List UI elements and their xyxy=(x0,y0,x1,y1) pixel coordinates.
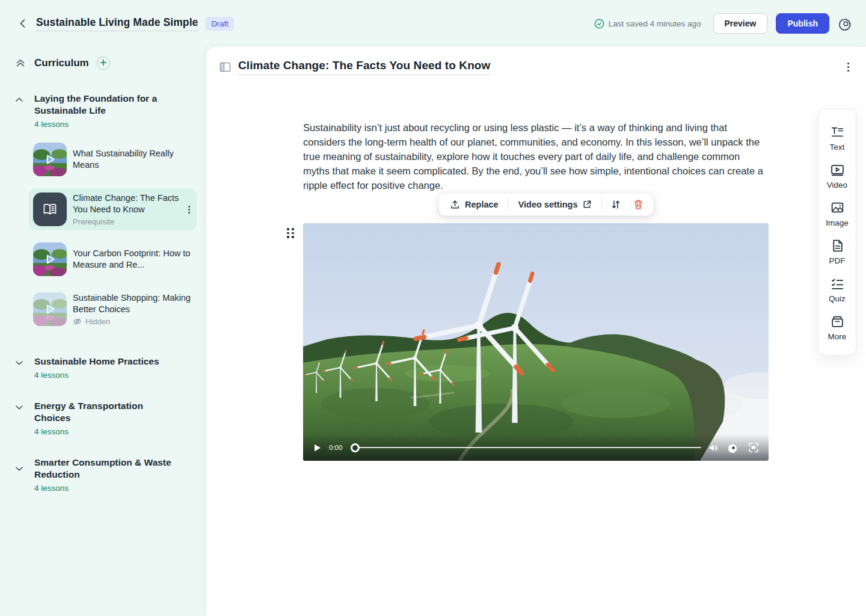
toolbar-divider xyxy=(508,198,509,211)
lesson-item-what-sustainability[interactable]: What Sustainability Really Means xyxy=(29,138,197,180)
delete-block-button[interactable] xyxy=(627,196,650,214)
video-frame-wind-turbines xyxy=(303,223,769,461)
video-thumbnail xyxy=(33,242,67,276)
settings-button[interactable] xyxy=(838,16,854,32)
chevron-down-icon[interactable] xyxy=(14,402,24,436)
lesson-title: What Sustainability Really Means xyxy=(73,148,192,171)
lesson-intro-paragraph[interactable]: Sustainability isn’t just about recyclin… xyxy=(303,120,764,192)
play-icon xyxy=(313,443,322,452)
section-lesson-count: 4 lessons xyxy=(34,484,179,493)
lesson-item-climate-change[interactable]: Climate Change: The Facts You Need to Kn… xyxy=(29,188,197,230)
section-title: Energy & Transportation Choices xyxy=(34,400,179,424)
fullscreen-icon xyxy=(748,442,759,453)
section-title: Sustainable Home Practices xyxy=(34,356,159,368)
lesson-page-title[interactable]: Climate Change: The Facts You Need to Kn… xyxy=(238,59,490,75)
replace-video-button[interactable]: Replace xyxy=(443,196,506,214)
lesson-title: Climate Change: The Facts You Need to Kn… xyxy=(73,192,186,215)
play-button[interactable] xyxy=(312,442,323,454)
video-thumbnail xyxy=(33,143,67,176)
video-thumbnail xyxy=(33,292,67,326)
block-drag-handle[interactable] xyxy=(284,226,296,241)
chevron-left-icon xyxy=(17,18,28,29)
lesson-video-player[interactable]: 0:00 xyxy=(303,223,769,461)
section-title: Laying the Foundation for a Sustainable … xyxy=(34,93,179,117)
block-palette: Text Video Image PDF Quiz xyxy=(818,109,856,356)
play-icon xyxy=(33,143,67,176)
seek-bar[interactable] xyxy=(351,442,701,453)
chevron-down-icon[interactable] xyxy=(14,358,24,380)
collapse-all-button[interactable] xyxy=(14,57,26,69)
lesson-title: Your Carbon Footprint: How to Measure an… xyxy=(73,248,192,271)
player-settings-button[interactable] xyxy=(727,442,740,454)
section-header-foundation[interactable]: Laying the Foundation for a Sustainable … xyxy=(0,93,206,129)
panel-layout-icon xyxy=(220,61,231,73)
lesson-editor-panel: Climate Change: The Facts You Need to Kn… xyxy=(206,47,866,616)
play-icon xyxy=(33,242,67,276)
section-lesson-count: 4 lessons xyxy=(34,120,179,129)
add-image-block-button[interactable]: Image xyxy=(818,195,856,233)
trash-icon xyxy=(633,199,643,210)
lesson-item-carbon-footprint[interactable]: Your Carbon Footprint: How to Measure an… xyxy=(29,238,197,280)
lesson-options-button[interactable] xyxy=(845,60,852,74)
section-header-home-practices[interactable]: Sustainable Home Practices 4 lessons xyxy=(0,356,206,380)
lesson-prerequisite-label: Prerequisite xyxy=(73,217,186,226)
chevron-down-icon[interactable] xyxy=(14,464,24,493)
toolbar-divider xyxy=(601,198,602,211)
curriculum-section: Laying the Foundation for a Sustainable … xyxy=(0,93,206,330)
image-block-icon xyxy=(830,200,845,215)
lesson-hidden-label: Hidden xyxy=(73,317,192,326)
lesson-list: What Sustainability Really Means Climate… xyxy=(29,138,197,330)
curriculum-section: Smarter Consumption & Waste Reduction 4 … xyxy=(0,457,206,493)
top-header: Sustainable Living Made Simple Draft Las… xyxy=(0,0,866,47)
seek-handle[interactable] xyxy=(351,443,360,452)
last-saved-status: Last saved 4 minutes ago xyxy=(594,19,701,29)
more-block-icon xyxy=(830,314,845,329)
video-block-toolbar: Replace Video settings xyxy=(438,193,654,216)
section-title: Smarter Consumption & Waste Reduction xyxy=(34,457,179,481)
section-header-energy-transportation[interactable]: Energy & Transportation Choices 4 lesson… xyxy=(0,400,206,436)
add-quiz-block-button[interactable]: Quiz xyxy=(818,271,856,309)
curriculum-header: Curriculum xyxy=(0,57,206,70)
text-block-icon xyxy=(830,125,845,140)
check-circle-icon xyxy=(594,19,604,29)
back-button[interactable] xyxy=(14,15,31,32)
video-block-icon xyxy=(830,162,845,177)
add-video-block-button[interactable]: Video xyxy=(818,157,856,195)
quiz-block-icon xyxy=(830,276,845,291)
section-lesson-count: 4 lessons xyxy=(34,371,159,380)
video-settings-button[interactable]: Video settings xyxy=(511,196,600,213)
pdf-block-icon xyxy=(830,238,845,253)
volume-button[interactable] xyxy=(707,442,720,454)
course-title[interactable]: Sustainable Living Made Simple xyxy=(36,16,198,31)
move-block-button[interactable] xyxy=(604,196,627,214)
section-lesson-count: 4 lessons xyxy=(34,427,179,436)
preview-button[interactable]: Preview xyxy=(713,13,768,34)
publish-button[interactable]: Publish xyxy=(776,13,829,34)
lesson-item-sustainable-shopping[interactable]: Sustainable Shopping: Making Better Choi… xyxy=(29,288,197,330)
upload-icon xyxy=(450,200,460,210)
open-book-icon xyxy=(41,201,58,218)
more-blocks-button[interactable]: More xyxy=(818,309,856,346)
video-control-bar: 0:00 xyxy=(303,434,769,461)
volume-icon xyxy=(708,443,719,453)
fullscreen-button[interactable] xyxy=(747,441,760,454)
toggle-sidebar-button[interactable] xyxy=(218,60,232,74)
curriculum-title: Curriculum xyxy=(34,57,89,69)
external-link-icon xyxy=(582,200,592,209)
eye-off-icon xyxy=(73,317,82,326)
lesson-menu-button[interactable] xyxy=(186,203,192,216)
add-pdf-block-button[interactable]: PDF xyxy=(818,233,856,271)
lesson-title: Sustainable Shopping: Making Better Choi… xyxy=(73,292,192,315)
status-badge: Draft xyxy=(205,17,234,31)
plus-icon xyxy=(100,59,107,66)
player-gear-icon xyxy=(728,443,739,453)
current-time: 0:00 xyxy=(329,444,345,451)
add-curriculum-button[interactable] xyxy=(97,57,110,70)
gear-icon xyxy=(839,17,853,31)
section-header-smarter-consumption[interactable]: Smarter Consumption & Waste Reduction 4 … xyxy=(0,457,206,493)
chevron-up-icon[interactable] xyxy=(14,95,24,129)
add-text-block-button[interactable]: Text xyxy=(818,119,856,157)
curriculum-section: Sustainable Home Practices 4 lessons xyxy=(0,356,206,380)
last-saved-text: Last saved 4 minutes ago xyxy=(609,19,701,28)
curriculum-sidebar: Curriculum Laying the Foundation for a S… xyxy=(0,47,206,616)
